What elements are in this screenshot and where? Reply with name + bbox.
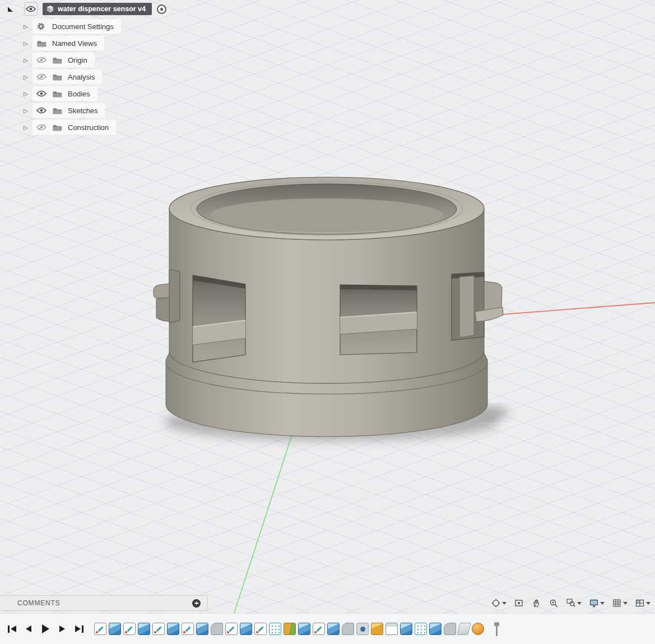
browser-item-chip: Document Settings (32, 19, 121, 34)
step-back-button[interactable] (22, 622, 35, 636)
browser-item-label: Bodies (68, 90, 90, 98)
browser-item-label: Analysis (68, 73, 95, 81)
viewports-button[interactable] (634, 597, 652, 609)
chevron-down-icon[interactable] (623, 602, 628, 605)
add-comment-icon[interactable] (192, 599, 201, 608)
component-cube-icon (46, 5, 54, 13)
timeline-fillet-icon[interactable] (342, 623, 354, 635)
browser-item-label: Named Views (52, 39, 97, 48)
document-title: water dispencer sensor v4 (58, 5, 146, 13)
model-body[interactable] (154, 177, 503, 437)
expand-arrow-icon[interactable] (24, 124, 32, 131)
chevron-down-icon[interactable] (502, 602, 507, 605)
visibility-off-icon[interactable] (36, 57, 48, 63)
browser-root-row[interactable]: water dispencer sensor v4 (8, 2, 166, 16)
timeline-form-icon[interactable] (472, 623, 484, 635)
visibility-off-icon[interactable] (36, 73, 48, 80)
browser-item-document-settings[interactable]: Document Settings (24, 19, 166, 34)
browser-item-named-views[interactable]: Named Views (24, 36, 166, 50)
model-window[interactable] (193, 275, 245, 362)
timeline-fillet-icon[interactable] (444, 623, 456, 635)
comments-bar[interactable]: COMMENTS (0, 595, 208, 611)
browser-item-label: Origin (68, 56, 87, 64)
timeline-hole-icon[interactable] (356, 623, 369, 635)
zoom-window-button[interactable] (565, 597, 583, 609)
timeline-extrude-icon[interactable] (298, 623, 310, 635)
browser-item-chip: Analysis (32, 70, 102, 84)
comments-label: COMMENTS (17, 599, 60, 607)
eye-icon (26, 6, 36, 12)
step-forward-button[interactable] (56, 622, 68, 636)
timeline-combine-icon[interactable] (284, 623, 296, 635)
expand-arrow-icon[interactable] (24, 108, 32, 114)
timeline-extrude-icon[interactable] (109, 623, 121, 635)
timeline-extrude-icon[interactable] (400, 623, 412, 635)
timeline-extrude-icon[interactable] (196, 623, 208, 635)
snap-arm (459, 276, 474, 337)
chevron-down-icon[interactable] (646, 602, 651, 605)
timeline-pattern-icon[interactable] (269, 623, 281, 635)
expand-arrow-icon[interactable] (24, 57, 32, 63)
timeline-sketch-icon[interactable] (123, 623, 136, 635)
timeline-extrude-icon[interactable] (240, 623, 252, 635)
timeline-pattern-icon[interactable] (415, 623, 427, 635)
browser-item-chip: Sketches (32, 103, 105, 118)
play-button[interactable] (39, 622, 52, 636)
model-clip-left[interactable] (154, 284, 169, 298)
browser-item-analysis[interactable]: Analysis (24, 70, 166, 84)
timeline-sketch-icon[interactable] (182, 623, 194, 635)
browser-item-label: Sketches (68, 106, 97, 115)
visibility-on-icon[interactable] (36, 90, 48, 97)
timeline-sketch-icon[interactable] (313, 623, 325, 635)
expand-arrow-icon[interactable] (24, 74, 32, 80)
timeline-bar (0, 613, 655, 644)
expand-arrow-icon[interactable] (24, 40, 32, 47)
timeline-extrude-icon[interactable] (167, 623, 179, 635)
activate-component-radio[interactable] (157, 4, 166, 14)
grid-and-snaps-button[interactable] (611, 597, 629, 609)
timeline-features (94, 623, 484, 635)
timeline-extrude-icon[interactable] (138, 623, 150, 635)
timeline-extrude-icon[interactable] (327, 623, 340, 635)
chevron-down-icon[interactable] (600, 602, 605, 605)
timeline-move-icon[interactable] (371, 623, 383, 635)
browser-item-bodies[interactable]: Bodies (24, 86, 166, 101)
fit-view-button[interactable] (513, 597, 525, 609)
app-window: water dispencer sensor v4 Document Setti… (0, 0, 655, 644)
pan-button[interactable] (530, 597, 542, 609)
zoom-button[interactable] (547, 597, 560, 609)
display-settings-icon (589, 598, 599, 608)
timeline-playhead[interactable] (494, 622, 499, 636)
viewports-icon (635, 598, 645, 608)
browser-item-chip: Origin (32, 53, 95, 67)
display-settings-button[interactable] (588, 597, 606, 609)
document-title-bar[interactable]: water dispencer sensor v4 (43, 3, 152, 15)
browser-item-construction[interactable]: Construction (24, 120, 166, 135)
folder-icon (52, 107, 63, 114)
visibility-off-icon[interactable] (36, 124, 48, 131)
folder-icon (52, 124, 63, 131)
timeline-sketch-icon[interactable] (94, 623, 106, 635)
timeline-plane-icon[interactable] (457, 623, 471, 635)
model-clip-left[interactable] (156, 298, 169, 321)
expand-arrow-icon[interactable] (24, 24, 32, 30)
browser-item-origin[interactable]: Origin (24, 53, 166, 67)
timeline-sketch-icon[interactable] (225, 623, 238, 635)
collapse-all-icon[interactable] (8, 7, 13, 12)
pan-hand-icon (531, 598, 541, 608)
timeline-sketch-icon[interactable] (152, 623, 165, 635)
root-visibility-button[interactable] (24, 2, 38, 16)
visibility-on-icon[interactable] (36, 107, 48, 114)
browser-item-sketches[interactable]: Sketches (24, 103, 166, 118)
orbit-button[interactable] (490, 597, 508, 609)
timeline-extrude-icon[interactable] (429, 623, 442, 635)
go-to-start-button[interactable] (6, 622, 18, 636)
timeline-sketch-icon[interactable] (254, 623, 267, 635)
fit-view-icon (514, 598, 524, 608)
timeline-box-icon[interactable] (385, 623, 398, 635)
model-window[interactable] (169, 270, 180, 323)
expand-arrow-icon[interactable] (24, 91, 32, 97)
go-to-end-button[interactable] (73, 622, 85, 636)
chevron-down-icon[interactable] (577, 602, 582, 605)
timeline-fillet-icon[interactable] (211, 623, 223, 635)
